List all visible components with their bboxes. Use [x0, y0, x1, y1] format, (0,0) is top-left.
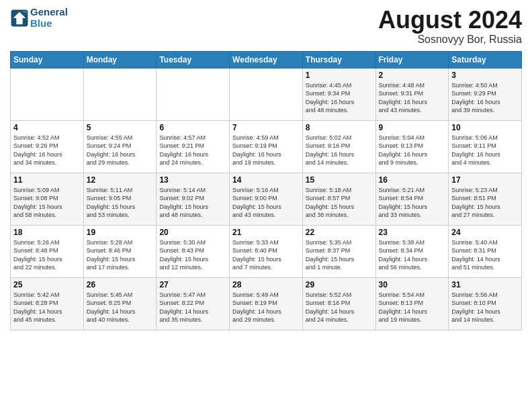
day-number: 21 — [232, 228, 300, 237]
calendar-week-3: 11Sunrise: 5:09 AM Sunset: 9:08 PM Dayli… — [11, 173, 522, 225]
calendar-header-row: SundayMondayTuesdayWednesdayThursdayFrid… — [11, 51, 522, 68]
day-info: Sunrise: 5:30 AM Sunset: 8:43 PM Dayligh… — [159, 238, 226, 272]
calendar-cell: 22Sunrise: 5:35 AM Sunset: 8:37 PM Dayli… — [302, 225, 375, 277]
day-number: 1 — [306, 71, 373, 80]
page-container: General Blue August 2024 Sosnovyy Bor, R… — [0, 0, 532, 337]
day-info: Sunrise: 4:48 AM Sunset: 9:31 PM Dayligh… — [379, 81, 446, 115]
day-number: 8 — [306, 123, 373, 132]
day-number: 6 — [159, 123, 226, 132]
calendar-cell: 1Sunrise: 4:45 AM Sunset: 9:34 PM Daylig… — [302, 68, 375, 120]
day-info: Sunrise: 5:49 AM Sunset: 8:19 PM Dayligh… — [232, 291, 300, 324]
day-number: 18 — [13, 228, 81, 237]
day-number: 27 — [159, 280, 226, 289]
month-title: August 2024 — [378, 7, 522, 34]
day-info: Sunrise: 5:42 AM Sunset: 8:28 PM Dayligh… — [13, 291, 81, 324]
calendar-cell: 9Sunrise: 5:04 AM Sunset: 9:13 PM Daylig… — [375, 120, 449, 173]
calendar-cell: 19Sunrise: 5:28 AM Sunset: 8:46 PM Dayli… — [83, 225, 157, 277]
calendar-cell: 7Sunrise: 4:59 AM Sunset: 9:19 PM Daylig… — [230, 120, 303, 173]
header-cell-monday: Monday — [83, 51, 157, 68]
day-info: Sunrise: 5:40 AM Sunset: 8:31 PM Dayligh… — [451, 238, 519, 272]
calendar-cell — [83, 68, 157, 120]
header-cell-sunday: Sunday — [11, 51, 84, 68]
calendar-cell: 23Sunrise: 5:38 AM Sunset: 8:34 PM Dayli… — [375, 225, 449, 277]
day-number: 25 — [13, 280, 81, 289]
calendar-cell: 12Sunrise: 5:11 AM Sunset: 9:05 PM Dayli… — [83, 173, 157, 225]
day-info: Sunrise: 5:16 AM Sunset: 9:00 PM Dayligh… — [232, 186, 300, 220]
header-cell-tuesday: Tuesday — [157, 51, 230, 68]
calendar-week-4: 18Sunrise: 5:26 AM Sunset: 8:48 PM Dayli… — [11, 225, 522, 277]
header-cell-thursday: Thursday — [302, 51, 375, 68]
calendar-week-1: 1Sunrise: 4:45 AM Sunset: 9:34 PM Daylig… — [11, 68, 522, 120]
day-info: Sunrise: 5:06 AM Sunset: 9:11 PM Dayligh… — [451, 134, 519, 167]
day-info: Sunrise: 5:47 AM Sunset: 8:22 PM Dayligh… — [159, 291, 226, 324]
day-info: Sunrise: 4:50 AM Sunset: 9:29 PM Dayligh… — [451, 81, 519, 115]
day-number: 19 — [87, 228, 154, 237]
day-info: Sunrise: 4:59 AM Sunset: 9:19 PM Dayligh… — [232, 134, 300, 167]
day-info: Sunrise: 5:11 AM Sunset: 9:05 PM Dayligh… — [87, 186, 154, 220]
calendar-cell: 2Sunrise: 4:48 AM Sunset: 9:31 PM Daylig… — [375, 68, 449, 120]
calendar-cell: 30Sunrise: 5:54 AM Sunset: 8:13 PM Dayli… — [375, 277, 449, 330]
day-number: 16 — [379, 175, 446, 185]
calendar-week-5: 25Sunrise: 5:42 AM Sunset: 8:28 PM Dayli… — [11, 277, 522, 330]
header-cell-saturday: Saturday — [449, 51, 522, 68]
day-number: 26 — [87, 280, 154, 289]
calendar-cell: 4Sunrise: 4:52 AM Sunset: 9:26 PM Daylig… — [11, 120, 84, 173]
day-number: 24 — [451, 228, 519, 237]
location-title: Sosnovyy Bor, Russia — [378, 34, 522, 46]
day-info: Sunrise: 5:45 AM Sunset: 8:25 PM Dayligh… — [87, 291, 154, 324]
calendar-cell: 18Sunrise: 5:26 AM Sunset: 8:48 PM Dayli… — [11, 225, 84, 277]
day-info: Sunrise: 5:02 AM Sunset: 9:16 PM Dayligh… — [306, 134, 373, 167]
day-number: 14 — [232, 175, 300, 185]
day-info: Sunrise: 5:04 AM Sunset: 9:13 PM Dayligh… — [379, 134, 446, 167]
day-number: 10 — [451, 123, 519, 132]
day-number: 30 — [379, 280, 446, 289]
calendar-cell: 27Sunrise: 5:47 AM Sunset: 8:22 PM Dayli… — [157, 277, 230, 330]
day-info: Sunrise: 5:52 AM Sunset: 8:16 PM Dayligh… — [306, 291, 373, 324]
day-info: Sunrise: 5:21 AM Sunset: 8:54 PM Dayligh… — [379, 186, 446, 220]
calendar-cell — [157, 68, 230, 120]
calendar-cell: 14Sunrise: 5:16 AM Sunset: 9:00 PM Dayli… — [230, 173, 303, 225]
day-number: 31 — [451, 280, 519, 289]
calendar-cell — [230, 68, 303, 120]
day-number: 12 — [87, 175, 154, 185]
calendar-cell: 25Sunrise: 5:42 AM Sunset: 8:28 PM Dayli… — [11, 277, 84, 330]
day-info: Sunrise: 5:14 AM Sunset: 9:02 PM Dayligh… — [159, 186, 226, 220]
calendar-cell: 17Sunrise: 5:23 AM Sunset: 8:51 PM Dayli… — [449, 173, 522, 225]
calendar-cell: 21Sunrise: 5:33 AM Sunset: 8:40 PM Dayli… — [230, 225, 303, 277]
header-cell-friday: Friday — [375, 51, 449, 68]
calendar-cell: 24Sunrise: 5:40 AM Sunset: 8:31 PM Dayli… — [449, 225, 522, 277]
calendar-cell: 5Sunrise: 4:55 AM Sunset: 9:24 PM Daylig… — [83, 120, 157, 173]
day-number: 11 — [13, 175, 81, 185]
logo-text: General Blue — [30, 7, 68, 29]
day-number: 29 — [306, 280, 373, 289]
day-info: Sunrise: 4:52 AM Sunset: 9:26 PM Dayligh… — [13, 134, 81, 167]
day-info: Sunrise: 5:23 AM Sunset: 8:51 PM Dayligh… — [451, 186, 519, 220]
day-info: Sunrise: 5:35 AM Sunset: 8:37 PM Dayligh… — [306, 238, 373, 272]
day-number: 2 — [379, 71, 446, 80]
calendar-cell: 15Sunrise: 5:18 AM Sunset: 8:57 PM Dayli… — [302, 173, 375, 225]
day-number: 13 — [159, 175, 226, 185]
calendar-table: SundayMondayTuesdayWednesdayThursdayFrid… — [10, 51, 522, 330]
calendar-cell: 6Sunrise: 4:57 AM Sunset: 9:21 PM Daylig… — [157, 120, 230, 173]
calendar-cell: 20Sunrise: 5:30 AM Sunset: 8:43 PM Dayli… — [157, 225, 230, 277]
day-info: Sunrise: 4:57 AM Sunset: 9:21 PM Dayligh… — [159, 134, 226, 167]
day-number: 17 — [451, 175, 519, 185]
calendar-cell: 13Sunrise: 5:14 AM Sunset: 9:02 PM Dayli… — [157, 173, 230, 225]
day-info: Sunrise: 5:54 AM Sunset: 8:13 PM Dayligh… — [379, 291, 446, 324]
day-number: 15 — [306, 175, 373, 185]
calendar-cell: 31Sunrise: 5:56 AM Sunset: 8:10 PM Dayli… — [449, 277, 522, 330]
calendar-cell: 26Sunrise: 5:45 AM Sunset: 8:25 PM Dayli… — [83, 277, 157, 330]
day-info: Sunrise: 5:33 AM Sunset: 8:40 PM Dayligh… — [232, 238, 300, 272]
day-number: 20 — [159, 228, 226, 237]
day-number: 28 — [232, 280, 300, 289]
day-number: 22 — [306, 228, 373, 237]
day-number: 3 — [451, 71, 519, 80]
header: General Blue August 2024 Sosnovyy Bor, R… — [10, 7, 522, 46]
calendar-cell — [11, 68, 84, 120]
day-number: 7 — [232, 123, 300, 132]
day-info: Sunrise: 5:18 AM Sunset: 8:57 PM Dayligh… — [306, 186, 373, 220]
day-number: 9 — [379, 123, 446, 132]
calendar-week-2: 4Sunrise: 4:52 AM Sunset: 9:26 PM Daylig… — [11, 120, 522, 173]
logo-icon — [10, 9, 29, 28]
calendar-cell: 8Sunrise: 5:02 AM Sunset: 9:16 PM Daylig… — [302, 120, 375, 173]
